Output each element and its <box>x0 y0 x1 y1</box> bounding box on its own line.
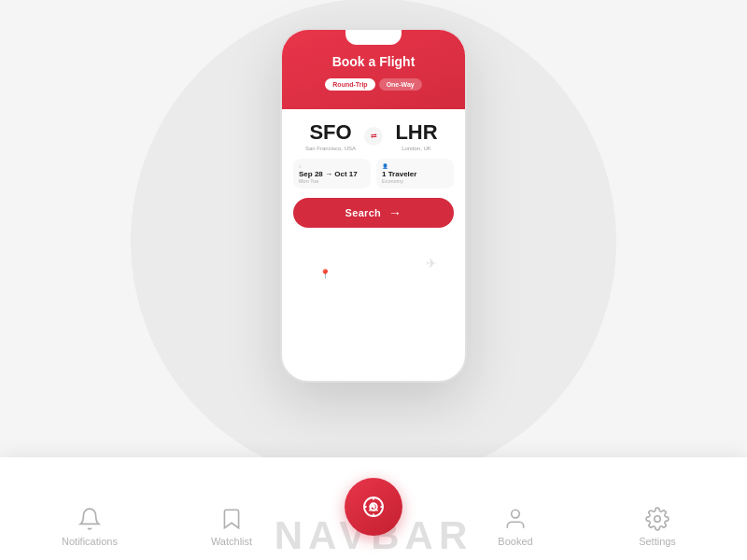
date-card[interactable]: ↕ Sep 28 → Oct 17 Mon Tue <box>293 159 371 189</box>
person-icon <box>502 506 529 532</box>
watchlist-label: Watchlist <box>211 536 252 547</box>
swap-icon[interactable]: ⇄ <box>364 127 383 146</box>
booked-label: Booked <box>498 536 532 547</box>
nav-item-watchlist[interactable]: Watchlist <box>161 506 303 549</box>
svg-point-2 <box>512 510 520 518</box>
travel-class: Economy <box>382 178 448 184</box>
app-title: Book a Flight <box>297 54 450 69</box>
nav-item-settings[interactable]: Settings <box>586 506 728 549</box>
deco-pin-icon: 📍 <box>319 269 331 279</box>
one-way-button[interactable]: One-Way <box>379 78 422 91</box>
svg-point-3 <box>655 516 661 523</box>
origin-name: San Francisco, USA <box>297 146 364 151</box>
traveler-label: 👤 <box>382 163 448 169</box>
search-arrow-icon: → <box>388 205 402 220</box>
destination-name: London, UK <box>383 146 450 151</box>
plane-search-icon <box>359 493 388 521</box>
navbar: NAVBAR Notifications Watchlist <box>0 457 747 560</box>
navbar-items: Notifications Watchlist <box>0 506 747 560</box>
phone-notch <box>345 30 402 45</box>
phone-decorative-area: ✈ 📍 <box>282 237 465 288</box>
notifications-label: Notifications <box>62 536 118 547</box>
date-range: Sep 28 → Oct 17 <box>299 170 365 178</box>
home-fab-button[interactable] <box>345 478 402 536</box>
origin-code: SFO <box>297 120 364 145</box>
date-label: ↕ <box>299 163 365 169</box>
phone-body: SFO San Francisco, USA ⇄ LHR London, UK … <box>282 109 465 237</box>
gear-icon <box>644 506 670 532</box>
deco-plane-icon: ✈ <box>426 256 437 271</box>
info-row: ↕ Sep 28 → Oct 17 Mon Tue 👤 1 Traveler E… <box>293 159 454 189</box>
airport-row: SFO San Francisco, USA ⇄ LHR London, UK <box>293 120 454 151</box>
bell-icon <box>77 506 103 532</box>
trip-type-selector: Round-Trip One-Way <box>297 78 450 91</box>
phone-frame: Book a Flight Round-Trip One-Way SFO San… <box>280 28 467 383</box>
search-label: Search <box>345 207 382 218</box>
search-button[interactable]: Search → <box>293 198 454 228</box>
origin-group: SFO San Francisco, USA <box>297 120 364 151</box>
date-days: Mon Tue <box>299 178 365 184</box>
bookmark-icon <box>218 506 245 532</box>
settings-label: Settings <box>639 536 676 547</box>
nav-item-booked[interactable]: Booked <box>444 506 586 549</box>
traveler-count: 1 Traveler <box>382 170 448 178</box>
destination-group: LHR London, UK <box>383 120 450 151</box>
traveler-card[interactable]: 👤 1 Traveler Economy <box>376 159 454 189</box>
round-trip-button[interactable]: Round-Trip <box>325 78 374 91</box>
nav-item-notifications[interactable]: Notifications <box>19 506 161 549</box>
destination-code: LHR <box>383 120 450 145</box>
nav-item-home[interactable] <box>303 547 444 549</box>
phone-mockup: Book a Flight Round-Trip One-Way SFO San… <box>280 28 467 383</box>
